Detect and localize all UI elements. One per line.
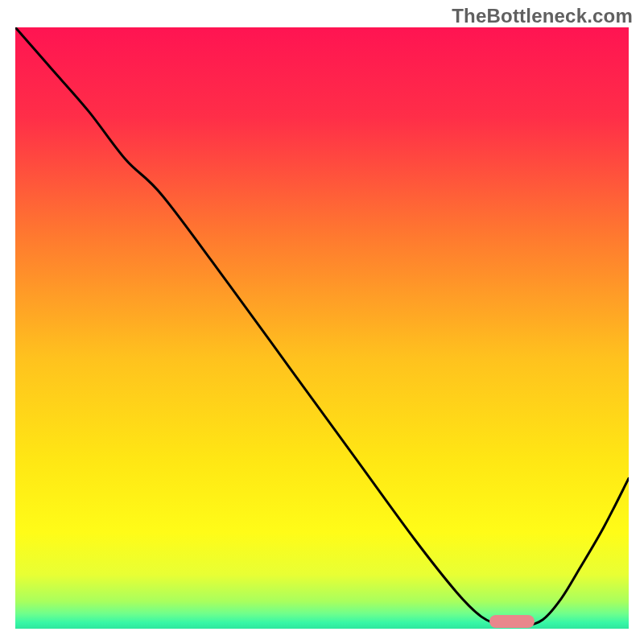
watermark-text: TheBottleneck.com: [452, 5, 633, 27]
optimal-marker: [489, 615, 535, 628]
gradient-rect: [15, 27, 629, 629]
plot-area: [15, 27, 629, 629]
chart-frame: TheBottleneck.com: [0, 0, 644, 644]
chart-svg: [15, 27, 629, 629]
